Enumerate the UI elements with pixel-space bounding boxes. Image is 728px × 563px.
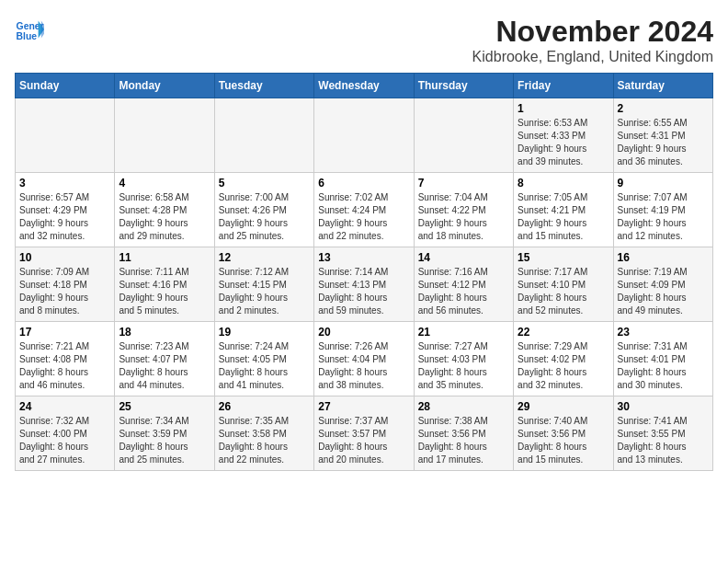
title-block: November 2024 Kidbrooke, England, United… — [472, 15, 713, 65]
day-info: Sunrise: 7:32 AM Sunset: 4:00 PM Dayligh… — [19, 415, 110, 466]
day-number: 30 — [618, 400, 709, 413]
day-info: Sunrise: 7:02 AM Sunset: 4:24 PM Dayligh… — [318, 191, 409, 243]
week-row-4: 17Sunrise: 7:21 AM Sunset: 4:08 PM Dayli… — [16, 322, 713, 396]
day-number: 24 — [19, 400, 110, 413]
day-number: 7 — [418, 177, 509, 190]
week-row-2: 3Sunrise: 6:57 AM Sunset: 4:29 PM Daylig… — [16, 173, 713, 247]
calendar-cell: 12Sunrise: 7:12 AM Sunset: 4:15 PM Dayli… — [214, 247, 313, 322]
page-title: November 2024 — [472, 15, 713, 49]
calendar-body: 1Sunrise: 6:53 AM Sunset: 4:33 PM Daylig… — [16, 98, 713, 471]
day-number: 2 — [618, 102, 709, 115]
day-info: Sunrise: 7:09 AM Sunset: 4:18 PM Dayligh… — [19, 266, 110, 317]
logo-icon: General Blue — [15, 15, 44, 44]
calendar-cell: 16Sunrise: 7:19 AM Sunset: 4:09 PM Dayli… — [613, 247, 712, 322]
calendar-cell: 10Sunrise: 7:09 AM Sunset: 4:18 PM Dayli… — [16, 247, 115, 322]
day-info: Sunrise: 6:57 AM Sunset: 4:29 PM Dayligh… — [19, 191, 110, 243]
day-info: Sunrise: 7:11 AM Sunset: 4:16 PM Dayligh… — [119, 266, 210, 317]
day-number: 8 — [518, 177, 609, 190]
day-number: 20 — [318, 326, 409, 339]
calendar-cell: 14Sunrise: 7:16 AM Sunset: 4:12 PM Dayli… — [414, 247, 513, 322]
day-number: 10 — [19, 251, 110, 264]
day-number: 15 — [518, 251, 609, 264]
day-info: Sunrise: 6:58 AM Sunset: 4:28 PM Dayligh… — [119, 191, 210, 243]
day-info: Sunrise: 7:23 AM Sunset: 4:07 PM Dayligh… — [119, 340, 210, 392]
calendar-cell: 20Sunrise: 7:26 AM Sunset: 4:04 PM Dayli… — [314, 322, 414, 396]
calendar-cell: 4Sunrise: 6:58 AM Sunset: 4:28 PM Daylig… — [115, 173, 214, 247]
day-number: 12 — [219, 251, 310, 264]
day-number: 4 — [119, 177, 210, 190]
calendar-table: SundayMondayTuesdayWednesdayThursdayFrid… — [15, 73, 713, 471]
calendar-header: SundayMondayTuesdayWednesdayThursdayFrid… — [16, 74, 713, 98]
column-header-wednesday: Wednesday — [314, 74, 414, 98]
column-header-friday: Friday — [514, 74, 613, 98]
day-info: Sunrise: 7:37 AM Sunset: 3:57 PM Dayligh… — [318, 415, 409, 466]
day-number: 1 — [518, 102, 609, 115]
calendar-cell — [115, 98, 214, 173]
logo: General Blue — [15, 15, 44, 44]
calendar-cell: 23Sunrise: 7:31 AM Sunset: 4:01 PM Dayli… — [613, 322, 712, 396]
day-info: Sunrise: 7:29 AM Sunset: 4:02 PM Dayligh… — [518, 340, 609, 392]
day-info: Sunrise: 7:41 AM Sunset: 3:55 PM Dayligh… — [618, 415, 709, 466]
calendar-cell: 9Sunrise: 7:07 AM Sunset: 4:19 PM Daylig… — [613, 173, 712, 247]
day-info: Sunrise: 7:27 AM Sunset: 4:03 PM Dayligh… — [418, 340, 509, 392]
day-info: Sunrise: 7:07 AM Sunset: 4:19 PM Dayligh… — [618, 191, 709, 243]
day-info: Sunrise: 7:12 AM Sunset: 4:15 PM Dayligh… — [219, 266, 310, 317]
calendar-cell: 17Sunrise: 7:21 AM Sunset: 4:08 PM Dayli… — [16, 322, 115, 396]
calendar-cell: 25Sunrise: 7:34 AM Sunset: 3:59 PM Dayli… — [115, 396, 214, 471]
column-header-sunday: Sunday — [16, 74, 115, 98]
calendar-cell: 3Sunrise: 6:57 AM Sunset: 4:29 PM Daylig… — [16, 173, 115, 247]
day-number: 5 — [219, 177, 310, 190]
calendar-cell: 6Sunrise: 7:02 AM Sunset: 4:24 PM Daylig… — [314, 173, 414, 247]
day-info: Sunrise: 7:35 AM Sunset: 3:58 PM Dayligh… — [219, 415, 310, 466]
day-info: Sunrise: 6:55 AM Sunset: 4:31 PM Dayligh… — [618, 117, 709, 168]
day-info: Sunrise: 7:17 AM Sunset: 4:10 PM Dayligh… — [518, 266, 609, 317]
day-info: Sunrise: 7:19 AM Sunset: 4:09 PM Dayligh… — [618, 266, 709, 317]
day-number: 13 — [318, 251, 409, 264]
column-header-monday: Monday — [115, 74, 214, 98]
day-info: Sunrise: 7:38 AM Sunset: 3:56 PM Dayligh… — [418, 415, 509, 466]
calendar-cell: 13Sunrise: 7:14 AM Sunset: 4:13 PM Dayli… — [314, 247, 414, 322]
day-number: 6 — [318, 177, 409, 190]
day-number: 26 — [219, 400, 310, 413]
week-row-1: 1Sunrise: 6:53 AM Sunset: 4:33 PM Daylig… — [16, 98, 713, 173]
day-info: Sunrise: 7:26 AM Sunset: 4:04 PM Dayligh… — [318, 340, 409, 392]
day-info: Sunrise: 7:00 AM Sunset: 4:26 PM Dayligh… — [219, 191, 310, 243]
calendar-cell — [314, 98, 414, 173]
day-info: Sunrise: 7:14 AM Sunset: 4:13 PM Dayligh… — [318, 266, 409, 317]
calendar-cell: 22Sunrise: 7:29 AM Sunset: 4:02 PM Dayli… — [514, 322, 613, 396]
week-row-3: 10Sunrise: 7:09 AM Sunset: 4:18 PM Dayli… — [16, 247, 713, 322]
day-info: Sunrise: 7:21 AM Sunset: 4:08 PM Dayligh… — [19, 340, 110, 392]
column-header-thursday: Thursday — [414, 74, 513, 98]
svg-text:Blue: Blue — [17, 31, 38, 41]
calendar-cell: 11Sunrise: 7:11 AM Sunset: 4:16 PM Dayli… — [115, 247, 214, 322]
day-number: 11 — [119, 251, 210, 264]
day-number: 22 — [518, 326, 609, 339]
calendar-cell: 27Sunrise: 7:37 AM Sunset: 3:57 PM Dayli… — [314, 396, 414, 471]
calendar-cell: 21Sunrise: 7:27 AM Sunset: 4:03 PM Dayli… — [414, 322, 513, 396]
day-number: 16 — [618, 251, 709, 264]
day-number: 18 — [119, 326, 210, 339]
day-info: Sunrise: 7:16 AM Sunset: 4:12 PM Dayligh… — [418, 266, 509, 317]
day-info: Sunrise: 7:40 AM Sunset: 3:56 PM Dayligh… — [518, 415, 609, 466]
day-info: Sunrise: 7:05 AM Sunset: 4:21 PM Dayligh… — [518, 191, 609, 243]
day-number: 27 — [318, 400, 409, 413]
calendar-cell: 15Sunrise: 7:17 AM Sunset: 4:10 PM Dayli… — [514, 247, 613, 322]
day-number: 9 — [618, 177, 709, 190]
week-row-5: 24Sunrise: 7:32 AM Sunset: 4:00 PM Dayli… — [16, 396, 713, 471]
calendar-cell: 1Sunrise: 6:53 AM Sunset: 4:33 PM Daylig… — [514, 98, 613, 173]
day-info: Sunrise: 7:31 AM Sunset: 4:01 PM Dayligh… — [618, 340, 709, 392]
page-header: General Blue November 2024 Kidbrooke, En… — [15, 15, 713, 65]
calendar-cell: 18Sunrise: 7:23 AM Sunset: 4:07 PM Dayli… — [115, 322, 214, 396]
day-number: 17 — [19, 326, 110, 339]
calendar-cell: 19Sunrise: 7:24 AM Sunset: 4:05 PM Dayli… — [214, 322, 313, 396]
day-number: 25 — [119, 400, 210, 413]
column-header-saturday: Saturday — [613, 74, 712, 98]
day-number: 28 — [418, 400, 509, 413]
day-number: 23 — [618, 326, 709, 339]
calendar-cell: 28Sunrise: 7:38 AM Sunset: 3:56 PM Dayli… — [414, 396, 513, 471]
day-number: 3 — [19, 177, 110, 190]
day-info: Sunrise: 6:53 AM Sunset: 4:33 PM Dayligh… — [518, 117, 609, 168]
calendar-cell: 2Sunrise: 6:55 AM Sunset: 4:31 PM Daylig… — [613, 98, 712, 173]
calendar-cell — [16, 98, 115, 173]
calendar-cell: 30Sunrise: 7:41 AM Sunset: 3:55 PM Dayli… — [613, 396, 712, 471]
